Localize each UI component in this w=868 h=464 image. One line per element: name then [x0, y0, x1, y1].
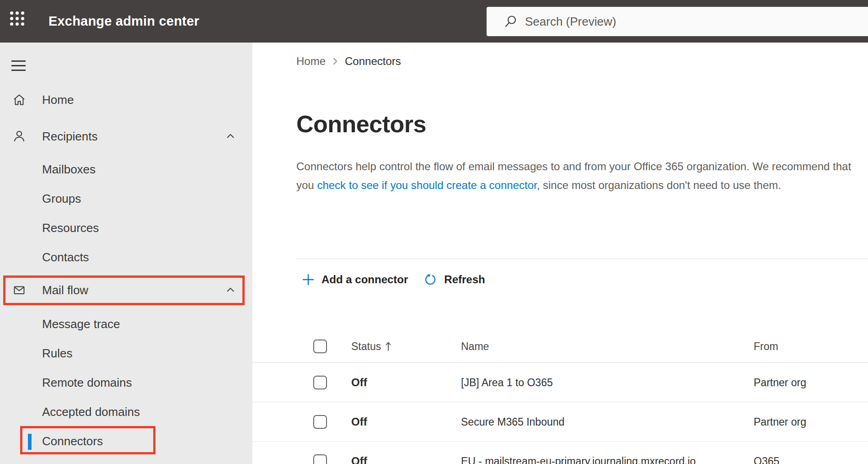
row-checkbox[interactable] — [313, 454, 327, 464]
sidebar-item-mailboxes[interactable]: Mailboxes — [0, 155, 252, 184]
row-checkbox[interactable] — [313, 415, 327, 429]
sidebar-item-accepted-domains[interactable]: Accepted domains — [0, 397, 252, 426]
row-from: O365 — [754, 455, 779, 464]
sidebar-item-label: Home — [42, 93, 74, 107]
chevron-up-icon — [225, 285, 236, 295]
home-icon — [12, 93, 26, 107]
table-body: Off [JB] Area 1 to O365 Partner org Off … — [252, 363, 868, 464]
sidebar-item-home[interactable]: Home — [0, 85, 252, 114]
person-icon — [12, 129, 26, 143]
row-checkbox[interactable] — [313, 376, 327, 389]
column-header-status[interactable]: Status — [351, 340, 381, 352]
sidebar-item-groups[interactable]: Groups — [0, 184, 252, 213]
sidebar-item-label: Resources — [42, 221, 99, 235]
sidebar-item-rules[interactable]: Rules — [0, 339, 252, 368]
refresh-label: Refresh — [444, 273, 485, 286]
sidebar-item-label: Rules — [42, 346, 72, 361]
sidebar-item-label: Mailboxes — [42, 162, 96, 177]
main-content: Home Connectors Connectors Connectors he… — [252, 43, 868, 464]
sidebar-item-label: Connectors — [42, 434, 103, 448]
toolbar-top-divider — [296, 259, 868, 259]
chevron-right-icon — [332, 57, 338, 66]
breadcrumb-home[interactable]: Home — [296, 55, 326, 68]
sidebar-item-connectors[interactable]: Connectors — [0, 426, 252, 456]
row-name: Secure M365 Inbound — [461, 415, 564, 428]
sidebar-nav: Home Recipients Mailboxes Groups Resourc… — [0, 43, 252, 464]
row-status: Off — [351, 455, 367, 464]
row-name: EU - mailstream-eu-primary.journaling.mx… — [461, 455, 696, 464]
table-row[interactable]: Off [JB] Area 1 to O365 Partner org — [252, 363, 868, 402]
selected-item-indicator — [28, 434, 32, 450]
sidebar-item-label: Mail flow — [42, 283, 88, 297]
page-description: Connectors help control the flow of emai… — [296, 157, 861, 194]
sidebar-item-label: Remote domains — [42, 376, 132, 390]
sidebar-item-label: Message trace — [42, 317, 120, 331]
select-all-checkbox[interactable] — [313, 340, 327, 353]
sidebar-item-mail-flow[interactable]: Mail flow — [0, 275, 252, 305]
row-name: [JB] Area 1 to O365 — [461, 376, 553, 388]
breadcrumb: Home Connectors — [296, 54, 401, 69]
table-row[interactable]: Off EU - mailstream-eu-primary.journalin… — [252, 442, 868, 464]
toolbar: Add a connector Refresh — [302, 268, 485, 291]
plus-icon — [302, 273, 315, 286]
refresh-button[interactable]: Refresh — [423, 273, 485, 286]
add-connector-label: Add a connector — [321, 273, 408, 286]
sort-ascending-icon — [385, 341, 391, 352]
table-row[interactable]: Off Secure M365 Inbound Partner org — [252, 402, 868, 442]
sidebar-item-remote-domains[interactable]: Remote domains — [0, 368, 252, 397]
row-from: Partner org — [754, 376, 806, 388]
refresh-icon — [423, 273, 437, 286]
sidebar-item-label: Recipients — [42, 129, 97, 144]
add-connector-button[interactable]: Add a connector — [302, 273, 408, 286]
breadcrumb-current: Connectors — [345, 55, 401, 68]
row-from: Partner org — [754, 415, 806, 428]
search-icon — [504, 15, 518, 28]
sidebar-item-message-trace[interactable]: Message trace — [0, 309, 252, 339]
create-connector-check-link[interactable]: check to see if you should create a conn… — [317, 179, 540, 191]
column-header-from[interactable]: From — [754, 340, 778, 352]
row-status: Off — [351, 415, 367, 428]
sidebar-item-label: Contacts — [42, 250, 89, 264]
description-text-after: since most organizations don't need to u… — [540, 179, 781, 191]
column-header-name[interactable]: Name — [461, 340, 489, 352]
nav-menu-toggle-icon[interactable] — [11, 54, 30, 77]
search-placeholder: Search (Preview) — [525, 15, 616, 29]
top-app-bar: Exchange admin center Search (Preview) — [0, 0, 868, 43]
app-launcher-icon[interactable] — [10, 11, 24, 26]
sidebar-item-resources[interactable]: Resources — [0, 213, 252, 243]
page-title: Connectors — [296, 110, 426, 138]
chevron-up-icon — [225, 131, 236, 141]
app-title: Exchange admin center — [48, 0, 199, 43]
search-input[interactable]: Search (Preview) — [487, 7, 868, 36]
sidebar-item-contacts[interactable]: Contacts — [0, 243, 252, 272]
row-status: Off — [351, 376, 367, 389]
table-header: Status Name From — [252, 330, 868, 363]
sidebar-item-label: Accepted domains — [42, 405, 140, 419]
sidebar-item-recipients[interactable]: Recipients — [0, 122, 252, 151]
sidebar-item-label: Groups — [42, 192, 81, 206]
envelope-icon — [12, 283, 26, 297]
